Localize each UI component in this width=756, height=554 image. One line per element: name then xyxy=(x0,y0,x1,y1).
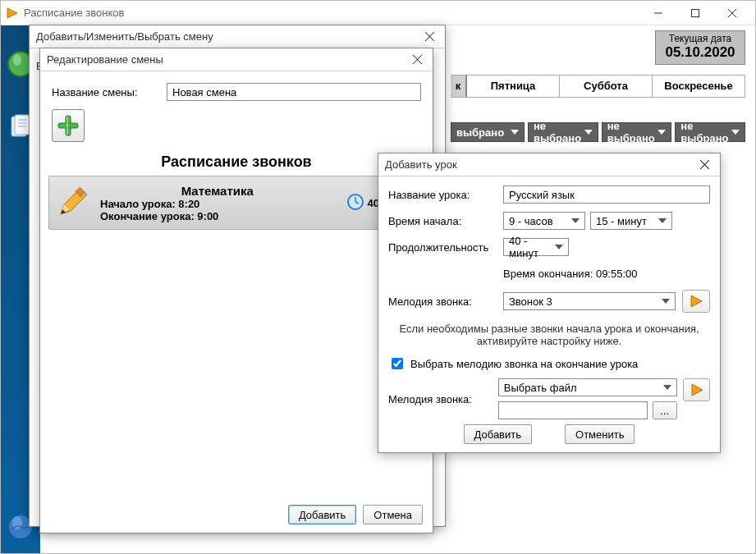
shift-select-partial[interactable]: выбрано xyxy=(451,122,525,142)
end-melody-checkbox-row: Выбрать мелодию звонка на окончание урок… xyxy=(388,355,710,372)
end-melody-select[interactable]: Выбрать файл xyxy=(498,378,677,396)
end-melody-label: Мелодия звонка: xyxy=(388,393,498,405)
lesson-name-row: Название урока: xyxy=(388,185,710,204)
shift-name-label: Название смены: xyxy=(52,86,167,98)
note-text: Если необходимы разные звонки начала уро… xyxy=(388,319,710,352)
day-shift-selectors: выбрано не выбрано не выбрано не выбрано xyxy=(451,122,745,142)
play-melody-button[interactable] xyxy=(682,290,710,313)
chevron-down-icon xyxy=(584,130,593,135)
play-end-melody-button[interactable] xyxy=(683,378,710,401)
lesson-start: Начало урока: 8:20 xyxy=(100,198,340,210)
chevron-down-icon xyxy=(662,299,670,304)
add-button[interactable]: Добавить xyxy=(288,505,356,524)
date-value: 05.10.2020 xyxy=(656,44,745,61)
close-icon[interactable] xyxy=(695,156,713,174)
minutes-select[interactable]: 15 - минут xyxy=(590,212,672,230)
chevron-down-icon xyxy=(731,130,740,135)
shift-name-input[interactable] xyxy=(167,83,421,101)
add-lesson-button[interactable] xyxy=(52,109,85,142)
svg-rect-2 xyxy=(691,9,699,16)
start-time-label: Время начала: xyxy=(388,215,503,227)
start-time-row: Время начала: 9 - часов 15 - минут xyxy=(388,211,710,231)
shift-select-friday[interactable]: не выбрано xyxy=(528,122,598,142)
melody-row: Мелодия звонка: Звонок 3 xyxy=(388,290,710,313)
chevron-down-icon xyxy=(555,245,563,250)
shift-select-sunday[interactable]: не выбрано xyxy=(675,122,745,142)
lesson-subject: Математика xyxy=(95,184,340,198)
add-button[interactable]: Добавить xyxy=(464,424,532,444)
dialog-buttons: Добавить Отмена xyxy=(288,505,423,524)
window-controls xyxy=(639,1,750,25)
dialog-title-bar: Добавить/Изменить/Выбрать смену xyxy=(30,25,445,48)
date-label: Текущая дата xyxy=(656,33,745,44)
edit-lesson-button[interactable] xyxy=(56,186,89,219)
dialog-title-bar: Редактирование смены xyxy=(40,48,433,71)
plus-icon xyxy=(57,114,80,137)
close-button[interactable] xyxy=(713,1,750,25)
lesson-times: Начало урока: 8:20 Окончание урока: 9:00 xyxy=(95,198,340,222)
svg-marker-0 xyxy=(7,8,17,18)
lesson-end: Окончание урока: 9:00 xyxy=(100,210,340,222)
chevron-down-icon xyxy=(511,130,519,135)
melody-select[interactable]: Звонок 3 xyxy=(503,292,676,310)
add-lesson-dialog: Добавить урок Название урока: Время нача… xyxy=(378,153,721,453)
play-icon xyxy=(690,383,703,396)
edit-shift-dialog: Редактирование смены Название смены: Рас… xyxy=(39,48,433,533)
dialog-title: Редактирование смены xyxy=(47,53,408,66)
end-melody-checkbox-label: Выбрать мелодию звонка на окончание урок… xyxy=(410,358,638,370)
title-bar: Расписание звонков xyxy=(1,1,755,25)
cancel-button[interactable]: Отменить xyxy=(565,424,635,444)
duration-select[interactable]: 40 - минут xyxy=(503,238,569,256)
clock-icon xyxy=(346,193,364,213)
day-col-partial: к xyxy=(451,75,467,98)
chevron-down-icon xyxy=(571,218,580,223)
dialog-title: Добавить урок xyxy=(385,158,695,171)
day-col-sunday: Воскресенье xyxy=(653,75,745,98)
day-col-friday: Пятница xyxy=(467,75,560,98)
chevron-down-icon xyxy=(663,385,671,390)
end-time-label: Время окончания: 09:55:00 xyxy=(503,268,638,280)
chevron-down-icon xyxy=(658,218,667,223)
lesson-duration: 40 xyxy=(346,193,379,213)
lesson-card: Математика Начало урока: 8:20 Окончание … xyxy=(48,176,424,230)
maximize-button[interactable] xyxy=(676,1,713,25)
end-time-row: Время окончания: 09:55:00 xyxy=(388,263,710,283)
end-melody-path-input[interactable] xyxy=(498,401,648,419)
chevron-down-icon xyxy=(657,130,666,135)
end-melody-row: Мелодия звонка: Выбрать файл ... xyxy=(388,378,710,419)
lesson-name-label: Название урока: xyxy=(388,189,503,201)
svg-point-6 xyxy=(13,54,21,66)
duration-label: Продолжительность xyxy=(388,241,503,254)
lesson-form: Название урока: Время начала: 9 - часов … xyxy=(378,176,720,433)
svg-marker-31 xyxy=(692,384,703,396)
duration-row: Продолжительность 40 - минут xyxy=(388,237,710,257)
dialog-title: Добавить/Изменить/Выбрать смену xyxy=(36,30,420,43)
app-title: Расписание звонков xyxy=(24,7,639,19)
svg-marker-30 xyxy=(691,295,702,307)
dialog-title-bar: Добавить урок xyxy=(378,153,720,176)
browse-button[interactable]: ... xyxy=(653,401,677,419)
play-icon xyxy=(690,295,703,308)
current-date-box: Текущая дата 05.10.2020 xyxy=(655,30,745,65)
shift-name-row: Название смены: xyxy=(40,71,433,106)
shift-select-saturday[interactable]: не выбрано xyxy=(602,122,672,142)
close-icon[interactable] xyxy=(420,28,438,46)
melody-label: Мелодия звонка: xyxy=(388,295,503,308)
schedule-header: Расписание звонков xyxy=(40,145,433,176)
add-lesson-row xyxy=(40,106,433,145)
close-icon[interactable] xyxy=(408,51,426,69)
lesson-name-input[interactable] xyxy=(503,185,710,204)
lesson-info: Математика Начало урока: 8:20 Окончание … xyxy=(95,184,340,222)
pencil-icon xyxy=(56,186,89,219)
svg-rect-8 xyxy=(15,115,30,135)
dialog-buttons: Добавить Отменить xyxy=(378,424,720,444)
cancel-button[interactable]: Отмена xyxy=(363,505,423,524)
minimize-button[interactable] xyxy=(639,1,676,25)
end-melody-checkbox[interactable] xyxy=(392,358,403,369)
app-icon xyxy=(6,7,19,20)
hours-select[interactable]: 9 - часов xyxy=(503,212,585,230)
day-headers: к Пятница Суббота Воскресенье xyxy=(451,75,745,98)
svg-rect-20 xyxy=(66,117,68,135)
day-col-saturday: Суббота xyxy=(560,75,653,98)
